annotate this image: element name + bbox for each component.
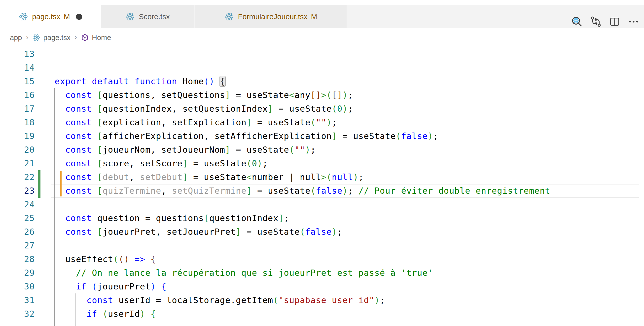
code-token: setDebut — [140, 172, 183, 182]
code-token: => — [134, 254, 145, 264]
line-number[interactable]: 31 — [0, 293, 35, 307]
code-token: ) — [374, 295, 380, 305]
code-line[interactable]: 26 const [joueurPret, setJoueurPret] = u… — [0, 225, 644, 239]
code-token: explication, setExplication — [102, 117, 246, 127]
code-line[interactable]: 13 — [0, 47, 644, 61]
code-line[interactable]: 20 const [joueurNom, setJoueurNom] = use… — [0, 143, 644, 157]
code-token: = useState — [231, 145, 289, 155]
tab-formulairejoueur-tsx[interactable]: FormulaireJoueur.tsx M — [195, 5, 346, 28]
code-line[interactable]: 23 const [quizTermine, setQuizTermine] =… — [0, 184, 644, 198]
code-token: = useState — [252, 117, 310, 127]
line-number[interactable]: 27 — [0, 239, 35, 252]
code-token — [145, 254, 150, 264]
line-number[interactable]: 32 — [0, 307, 35, 321]
search-react-icon[interactable] — [571, 16, 583, 28]
code-line[interactable]: 27 — [0, 239, 644, 252]
code-line[interactable]: 15export default function Home() { — [0, 75, 644, 88]
breadcrumb-item-symbol[interactable]: Home — [92, 34, 111, 42]
code-token: joueurNom, setJoueurNom — [102, 145, 225, 155]
code-line[interactable]: 28 useEffect(() => { — [0, 252, 644, 266]
code-line[interactable]: 18 const [explication, setExplication] =… — [0, 116, 644, 129]
line-number[interactable]: 30 — [0, 280, 35, 293]
code-line[interactable]: 29 // On ne lance la récupération que si… — [0, 266, 644, 280]
code-line[interactable]: 31 const userId = localStorage.getItem("… — [0, 293, 644, 307]
code-token: ] — [236, 227, 241, 237]
code-editor[interactable]: 131415export default function Home() {16… — [0, 47, 644, 326]
code-token: Home — [182, 76, 204, 86]
line-number[interactable]: 26 — [0, 225, 35, 239]
code-token — [54, 145, 65, 155]
code-line[interactable]: 21 const [score, setScore] = useState(0)… — [0, 157, 644, 170]
code-token — [54, 227, 65, 237]
line-number[interactable]: 23 — [0, 184, 35, 198]
code-token — [54, 131, 65, 141]
code-token: ( — [102, 309, 108, 319]
line-number[interactable]: 29 — [0, 266, 35, 280]
more-actions-icon[interactable] — [628, 16, 640, 28]
code-token: { — [151, 309, 156, 319]
code-text: const question = questions[questionIndex… — [54, 211, 289, 225]
code-line[interactable]: 32 if (userId) { — [0, 307, 644, 321]
code-token: ; — [284, 213, 289, 223]
code-token — [54, 117, 65, 127]
breadcrumb-item-file[interactable]: page.tsx — [43, 34, 70, 42]
line-number[interactable]: 20 — [0, 143, 35, 157]
breadcrumb-item-app[interactable]: app — [10, 34, 22, 42]
code-token — [92, 117, 97, 127]
code-token — [97, 309, 102, 319]
code-token: ] — [268, 104, 273, 114]
code-token: ( — [310, 186, 316, 196]
code-token: const — [65, 117, 92, 127]
line-number[interactable]: 25 — [0, 211, 35, 225]
code-line[interactable]: 30 if (joueurPret) { — [0, 280, 644, 293]
code-token: ] — [278, 213, 284, 223]
line-number[interactable]: 19 — [0, 129, 35, 143]
code-token: const — [65, 186, 92, 196]
compare-changes-icon[interactable] — [590, 16, 602, 28]
symbol-method-icon — [81, 34, 89, 42]
code-token: useEffect — [54, 254, 113, 264]
code-line[interactable]: 17 const [questionIndex, setQuestionInde… — [0, 102, 644, 116]
line-number[interactable]: 28 — [0, 252, 35, 266]
line-number[interactable]: 18 — [0, 116, 35, 129]
code-line[interactable]: 22 const [debut, setDebut] = useState<nu… — [0, 170, 644, 184]
code-line[interactable]: 25 const question = questions[questionIn… — [0, 211, 644, 225]
line-number[interactable]: 13 — [0, 47, 35, 61]
code-token — [92, 104, 97, 114]
code-token: { — [161, 281, 166, 291]
tab-score-tsx[interactable]: Score.tsx — [101, 5, 194, 28]
code-token: number | null — [252, 172, 321, 182]
split-editor-icon[interactable] — [609, 16, 621, 28]
code-token: ] — [225, 90, 230, 100]
code-token: if — [87, 309, 97, 319]
code-token: ( — [396, 131, 401, 141]
tab-page-tsx[interactable]: page.tsx M — [0, 5, 101, 28]
code-token: question = questions — [92, 213, 204, 223]
line-number[interactable]: 16 — [0, 88, 35, 102]
code-line[interactable]: 19 const [afficherExplication, setAffich… — [0, 129, 644, 143]
code-token: const — [65, 172, 92, 182]
line-number[interactable]: 14 — [0, 61, 35, 75]
line-number[interactable]: 15 — [0, 75, 35, 88]
code-token: ) — [326, 117, 332, 127]
line-number[interactable]: 17 — [0, 102, 35, 116]
code-token: export default function — [54, 76, 182, 86]
code-line[interactable]: 16 const [questions, setQuestions] = use… — [0, 88, 644, 102]
code-token: questionIndex, setQuestionIndex — [102, 104, 268, 114]
code-token: ] — [225, 145, 230, 155]
code-text: const [afficherExplication, setAfficherE… — [54, 129, 438, 143]
code-token: ] — [246, 186, 252, 196]
code-token — [92, 158, 97, 168]
code-token — [92, 90, 97, 100]
code-token — [54, 268, 76, 278]
unsaved-dot-icon[interactable] — [76, 14, 82, 20]
code-token — [145, 309, 150, 319]
code-token: ( — [326, 172, 332, 182]
code-token: [ — [97, 172, 102, 182]
code-line[interactable]: 14 — [0, 61, 644, 75]
line-number[interactable]: 22 — [0, 170, 35, 184]
line-number[interactable]: 24 — [0, 198, 35, 211]
code-line[interactable]: 24 — [0, 198, 644, 211]
line-number[interactable]: 21 — [0, 157, 35, 170]
code-text: const [questions, setQuestions] = useSta… — [54, 88, 353, 102]
